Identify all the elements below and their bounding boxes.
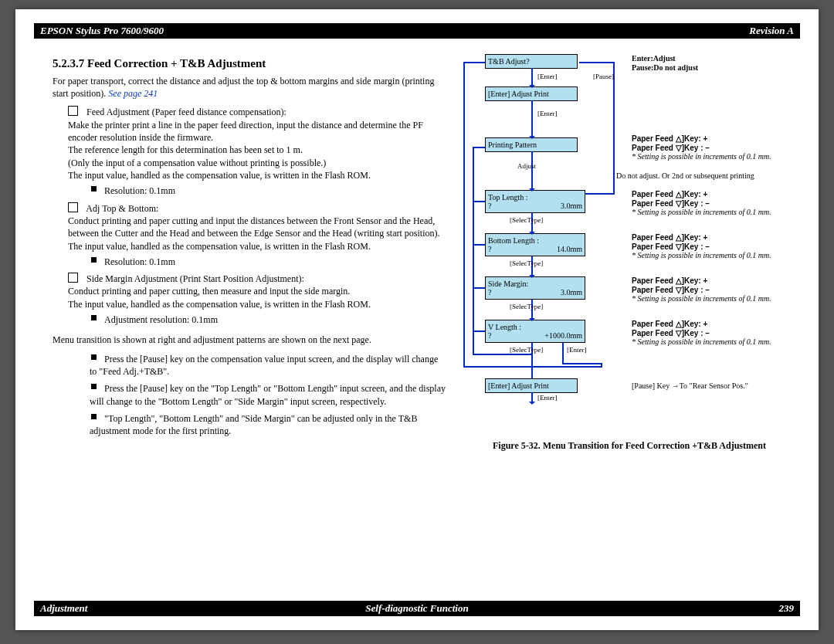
line — [601, 363, 602, 368]
bullet-icon — [91, 257, 97, 263]
note-do-not-adjust: Do not adjust. Or 2nd or subsequent prin… — [616, 171, 754, 181]
flow-box-side-margin: Side Margin: ?3.0mm — [485, 276, 585, 300]
label-enter: [Enter] — [537, 73, 557, 80]
bullet-icon — [91, 384, 97, 389]
side-margin-head: Side Margin Adjustment (Print Start Posi… — [86, 273, 304, 284]
line — [613, 62, 615, 193]
note-enter-pause: Enter:Adjust Pause:Do not adjust — [632, 54, 698, 72]
footer-bar: Adjustment Self-diagnostic Function 239 — [34, 601, 800, 616]
feed-adj-res: Resolution: 0.1mm — [90, 185, 446, 197]
label-enter: [Enter] — [537, 110, 557, 117]
arrow-icon — [562, 343, 564, 363]
side-margin-block: Side Margin Adjustment (Print Start Posi… — [68, 273, 446, 310]
note-keys-1: Paper Feed △]Key: + Paper Feed ▽]Key : −… — [632, 134, 771, 161]
transition-note: Menu transition is shown at right and ad… — [53, 334, 446, 346]
note-keys-3: Paper Feed △]Key: + Paper Feed ▽]Key : −… — [632, 233, 771, 260]
note-pause-rear: [Pause] Key →To "Rear Sensor Pos." — [632, 381, 748, 391]
bullet-icon — [91, 354, 97, 360]
adj-tb-res: Resolution: 0.1mm — [90, 256, 446, 268]
see-page-link[interactable]: See page 241 — [108, 88, 158, 99]
checkbox-icon — [68, 202, 78, 212]
flow-box-adjust-print-2: [Enter] Adjust Print — [485, 378, 578, 393]
line — [585, 193, 615, 195]
bullet-icon — [91, 414, 97, 419]
line — [463, 62, 465, 368]
note-keys-2: Paper Feed △]Key: + Paper Feed ▽]Key : −… — [632, 190, 771, 217]
checkbox-icon — [68, 106, 78, 116]
adj-top-bottom-block: Adj Top & Bottom: Conduct printing and p… — [68, 202, 446, 253]
page: EPSON Stylus Pro 7600/9600 Revision A Ad… — [15, 9, 819, 630]
note-1: Press the [Pause] key on the compensatio… — [90, 353, 446, 378]
feed-adj-p1: Make the printer print a line in the pap… — [68, 120, 423, 143]
label-pause: [Pause] — [593, 73, 614, 80]
bullet-icon — [91, 186, 97, 192]
note-2: Press the [Pause] key on the "Top Length… — [90, 382, 446, 408]
flow-box-bottom-length: Bottom Length : ?14.0mm — [485, 233, 585, 256]
arrow-icon — [531, 100, 533, 137]
side-margin-p1: Conduct printing and paper cutting, then… — [68, 286, 350, 297]
feed-adjustment-block: Feed Adjustment (Paper feed distance com… — [68, 106, 446, 181]
flow-box-tb-adjust: T&B Adjust? — [485, 54, 578, 69]
arrow-icon — [531, 68, 533, 86]
line — [473, 244, 485, 246]
feed-adj-p2: The reference length for this determinat… — [68, 144, 303, 155]
checkbox-icon — [68, 273, 78, 283]
bullet-icon — [91, 315, 97, 320]
side-margin-res: Adjustment resolution: 0.1mm — [90, 314, 446, 326]
note-3: "Top Length", "Bottom Length" and "Side … — [90, 412, 446, 438]
right-column: T&B Adjust? [Enter] Adjust Print Printin… — [462, 54, 797, 593]
left-column: 5.2.3.7 Feed Correction + T&B Adjustment… — [53, 54, 462, 593]
line — [473, 147, 474, 355]
label-adjust: Adjust — [517, 162, 536, 170]
flow-box-top-length: Top Length : ?3.0mm — [485, 190, 585, 213]
header-left: EPSON Stylus Pro 7600/9600 — [40, 25, 164, 37]
line — [463, 62, 485, 63]
feed-adj-head: Feed Adjustment (Paper feed distance com… — [86, 107, 286, 117]
note-keys-4: Paper Feed △]Key: + Paper Feed ▽]Key : −… — [632, 276, 771, 303]
adj-tb-p1: Conduct printing and paper cutting and i… — [68, 215, 440, 239]
feed-adj-p4: The input value, handled as the compensa… — [68, 170, 371, 181]
line — [579, 62, 613, 63]
arrow-icon — [531, 392, 533, 403]
label-enter: [Enter] — [537, 394, 557, 402]
section-title: 5.2.3.7 Feed Correction + T&B Adjustment — [53, 57, 446, 70]
line — [473, 287, 485, 289]
arrow-icon — [562, 363, 601, 364]
line — [473, 354, 531, 355]
label-enter: [Enter] — [567, 346, 586, 354]
figure-caption: Figure 5-32. Menu Transition for Feed Co… — [462, 440, 797, 452]
line — [473, 201, 485, 202]
label-selectype: [SelecType] — [510, 259, 543, 267]
intro: For paper transport, correct the distanc… — [53, 75, 446, 100]
label-selectype: [SelecType] — [510, 303, 543, 310]
note-keys-5: Paper Feed △]Key: + Paper Feed ▽]Key : −… — [632, 320, 771, 347]
label-selectype: [SelecType] — [510, 216, 543, 224]
arrow-icon — [531, 151, 533, 190]
adj-tb-p2: The input value, handled as the compensa… — [68, 241, 371, 252]
line — [473, 330, 485, 332]
content: 5.2.3.7 Feed Correction + T&B Adjustment… — [53, 54, 797, 593]
line — [463, 366, 601, 368]
label-selectype: [SelecType] — [510, 346, 543, 354]
header-right: Revision A — [749, 25, 794, 37]
side-margin-p2: The input value, handled as the compensa… — [68, 299, 371, 310]
header-bar: EPSON Stylus Pro 7600/9600 Revision A — [34, 23, 800, 39]
adj-tb-head: Adj Top & Bottom: — [86, 203, 158, 214]
line — [473, 147, 485, 148]
footer-center: Self-diagnostic Function — [34, 602, 800, 615]
feed-adj-p3: (Only the input of a compensation value … — [68, 158, 326, 168]
flow-box-v-length: V Length : ?+1000.0mm — [485, 320, 585, 343]
flow-diagram: T&B Adjust? [Enter] Adjust Print Printin… — [462, 54, 797, 417]
